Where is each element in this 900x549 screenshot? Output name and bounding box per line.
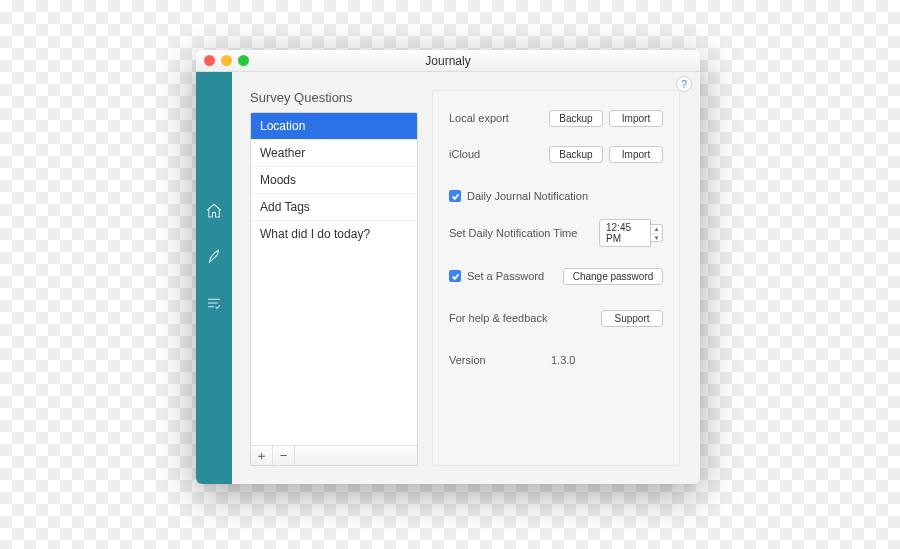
sidebar: [196, 72, 232, 484]
check-icon: [449, 270, 461, 282]
zoom-window-button[interactable]: [238, 55, 249, 66]
survey-row-weather[interactable]: Weather: [251, 140, 417, 167]
list-icon[interactable]: [205, 294, 223, 312]
local-export-label: Local export: [449, 112, 543, 124]
survey-listbox: Location Weather Moods Add Tags What did…: [250, 112, 418, 466]
version-value: 1.3.0: [551, 354, 663, 366]
remove-question-button[interactable]: −: [273, 446, 295, 465]
version-row: Version 1.3.0: [449, 347, 663, 373]
survey-list: Location Weather Moods Add Tags What did…: [251, 113, 417, 445]
time-step-down[interactable]: ▼: [651, 234, 662, 242]
window-controls: [204, 55, 249, 66]
settings-panel: Local export Backup Import iCloud Backup…: [432, 90, 680, 466]
survey-list-footer: ＋ −: [251, 445, 417, 465]
content-area: Survey Questions Location Weather Moods …: [232, 72, 700, 484]
time-stepper: ▲ ▼: [651, 224, 663, 242]
survey-row-add-tags[interactable]: Add Tags: [251, 194, 417, 221]
window-body: Survey Questions Location Weather Moods …: [196, 72, 700, 484]
local-import-button[interactable]: Import: [609, 110, 663, 127]
add-question-button[interactable]: ＋: [251, 446, 273, 465]
survey-title: Survey Questions: [250, 90, 418, 105]
version-label: Version: [449, 354, 551, 366]
icloud-label: iCloud: [449, 148, 543, 160]
icloud-backup-button[interactable]: Backup: [549, 146, 603, 163]
daily-notification-row: Daily Journal Notification: [449, 183, 663, 209]
survey-row-moods[interactable]: Moods: [251, 167, 417, 194]
home-icon[interactable]: [205, 202, 223, 220]
minimize-window-button[interactable]: [221, 55, 232, 66]
password-checkbox[interactable]: Set a Password: [449, 270, 557, 282]
time-step-up[interactable]: ▲: [651, 225, 662, 234]
close-window-button[interactable]: [204, 55, 215, 66]
help-row: For help & feedback Support: [449, 305, 663, 331]
daily-time-row: Set Daily Notification Time 12:45 PM ▲ ▼: [449, 219, 663, 247]
icloud-import-button[interactable]: Import: [609, 146, 663, 163]
local-backup-button[interactable]: Backup: [549, 110, 603, 127]
app-window: Journaly ? Survey Questions Location Wea…: [196, 50, 700, 484]
daily-time-label: Set Daily Notification Time: [449, 227, 595, 239]
help-label: For help & feedback: [449, 312, 595, 324]
daily-time-field[interactable]: 12:45 PM: [599, 219, 651, 247]
survey-row-location[interactable]: Location: [251, 113, 417, 140]
icloud-row: iCloud Backup Import: [449, 141, 663, 167]
window-title: Journaly: [196, 54, 700, 68]
check-icon: [449, 190, 461, 202]
password-label: Set a Password: [467, 270, 544, 282]
titlebar: Journaly: [196, 50, 700, 72]
compose-icon[interactable]: [205, 248, 223, 266]
support-button[interactable]: Support: [601, 310, 663, 327]
change-password-button[interactable]: Change password: [563, 268, 663, 285]
daily-notification-label: Daily Journal Notification: [467, 190, 588, 202]
daily-notification-checkbox[interactable]: Daily Journal Notification: [449, 190, 588, 202]
local-export-row: Local export Backup Import: [449, 105, 663, 131]
survey-panel: Survey Questions Location Weather Moods …: [250, 90, 418, 466]
daily-time-control: 12:45 PM ▲ ▼: [599, 219, 663, 247]
password-row: Set a Password Change password: [449, 263, 663, 289]
survey-row-today[interactable]: What did I do today?: [251, 221, 417, 247]
